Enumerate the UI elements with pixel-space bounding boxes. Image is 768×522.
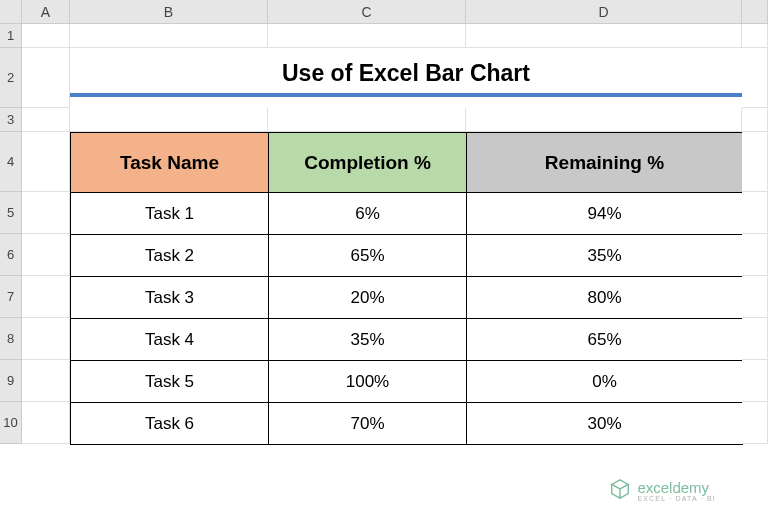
cell-A1[interactable]	[22, 24, 70, 48]
table-cell[interactable]: 0%	[466, 360, 743, 403]
cell-A5[interactable]	[22, 192, 70, 234]
cell-E1[interactable]	[742, 24, 768, 48]
table-cell[interactable]: Task 5	[70, 360, 269, 403]
col-header-A[interactable]: A	[22, 0, 70, 24]
row-header-4[interactable]: 4	[0, 132, 22, 192]
spreadsheet-grid: A B C D 1 2 Use of Excel Bar Chart 3 4 T…	[0, 0, 768, 444]
cell-E8[interactable]	[742, 318, 768, 360]
table-header-remaining[interactable]: Remaining %	[466, 132, 743, 193]
page-title: Use of Excel Bar Chart	[70, 60, 742, 97]
cell-A6[interactable]	[22, 234, 70, 276]
cell-E9[interactable]	[742, 360, 768, 402]
table-cell[interactable]: Task 4	[70, 318, 269, 361]
row-header-2[interactable]: 2	[0, 48, 22, 108]
row-header-9[interactable]: 9	[0, 360, 22, 402]
cell-E6[interactable]	[742, 234, 768, 276]
cell-E5[interactable]	[742, 192, 768, 234]
cell-B1[interactable]	[70, 24, 268, 48]
table-cell[interactable]: 70%	[268, 402, 467, 445]
cell-C3[interactable]	[268, 108, 466, 132]
row-header-10[interactable]: 10	[0, 402, 22, 444]
cell-A3[interactable]	[22, 108, 70, 132]
cell-A4[interactable]	[22, 132, 70, 192]
cell-A8[interactable]	[22, 318, 70, 360]
table-cell[interactable]: Task 2	[70, 234, 269, 277]
cell-C1[interactable]	[268, 24, 466, 48]
cell-B3[interactable]	[70, 108, 268, 132]
row-header-7[interactable]: 7	[0, 276, 22, 318]
table-cell[interactable]: 65%	[268, 234, 467, 277]
cell-E2[interactable]	[742, 48, 768, 108]
cell-E7[interactable]	[742, 276, 768, 318]
row-header-5[interactable]: 5	[0, 192, 22, 234]
cell-D3[interactable]	[466, 108, 742, 132]
table-cell[interactable]: 20%	[268, 276, 467, 319]
cell-E3[interactable]	[742, 108, 768, 132]
row-header-3[interactable]: 3	[0, 108, 22, 132]
table-cell[interactable]: 30%	[466, 402, 743, 445]
cell-A10[interactable]	[22, 402, 70, 444]
watermark-tagline: EXCEL · DATA · BI	[637, 495, 716, 502]
cube-icon	[609, 478, 631, 504]
title-merged-cell[interactable]: Use of Excel Bar Chart	[70, 48, 742, 108]
table-cell[interactable]: 35%	[268, 318, 467, 361]
table-cell[interactable]: Task 1	[70, 192, 269, 235]
row-header-1[interactable]: 1	[0, 24, 22, 48]
row-header-6[interactable]: 6	[0, 234, 22, 276]
cell-D1[interactable]	[466, 24, 742, 48]
table-cell[interactable]: 94%	[466, 192, 743, 235]
cell-E4[interactable]	[742, 132, 768, 192]
col-header-B[interactable]: B	[70, 0, 268, 24]
data-table: Task Name Completion % Remaining % Task …	[70, 132, 742, 444]
table-cell[interactable]: 80%	[466, 276, 743, 319]
col-header-last[interactable]	[742, 0, 768, 24]
cell-E10[interactable]	[742, 402, 768, 444]
table-header-task-name[interactable]: Task Name	[70, 132, 269, 193]
table-cell[interactable]: 35%	[466, 234, 743, 277]
watermark: exceldemy EXCEL · DATA · BI	[609, 478, 716, 504]
table-cell[interactable]: Task 3	[70, 276, 269, 319]
col-header-C[interactable]: C	[268, 0, 466, 24]
row-header-8[interactable]: 8	[0, 318, 22, 360]
table-header-completion[interactable]: Completion %	[268, 132, 467, 193]
select-all-corner[interactable]	[0, 0, 22, 24]
watermark-brand: exceldemy	[637, 480, 716, 495]
cell-A9[interactable]	[22, 360, 70, 402]
table-cell[interactable]: 100%	[268, 360, 467, 403]
table-cell[interactable]: Task 6	[70, 402, 269, 445]
cell-A7[interactable]	[22, 276, 70, 318]
table-cell[interactable]: 6%	[268, 192, 467, 235]
col-header-D[interactable]: D	[466, 0, 742, 24]
cell-A2[interactable]	[22, 48, 70, 108]
table-cell[interactable]: 65%	[466, 318, 743, 361]
